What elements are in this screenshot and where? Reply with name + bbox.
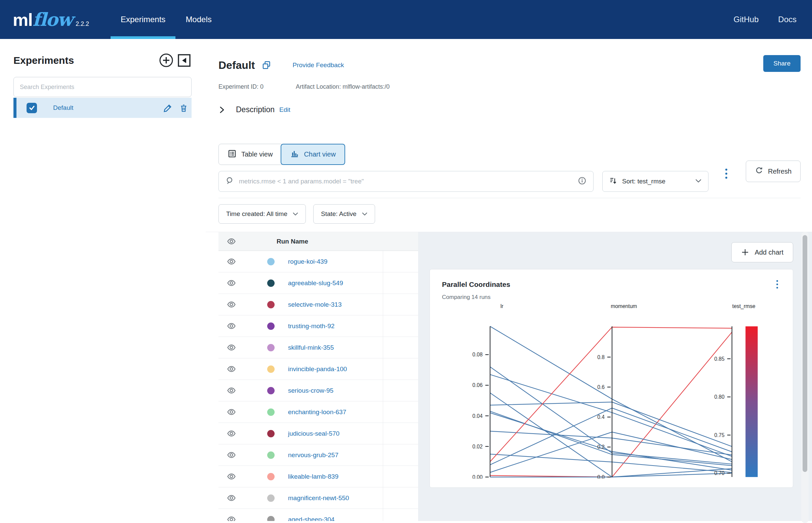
delete-experiment-icon[interactable]: [179, 104, 188, 112]
card-options-kebab[interactable]: [774, 279, 781, 290]
visibility-toggle-eye-icon[interactable]: [227, 429, 236, 438]
mlflow-logo[interactable]: mlflow 2.2.2: [13, 9, 89, 30]
run-color-dot: [267, 516, 275, 521]
run-name-link[interactable]: skillful-mink-355: [288, 344, 334, 351]
state-filter[interactable]: State: Active: [313, 204, 375, 224]
docs-link[interactable]: Docs: [778, 15, 796, 24]
logo-flow: flow: [33, 9, 72, 30]
plus-icon: [741, 248, 749, 256]
visibility-toggle-eye-icon[interactable]: [227, 386, 236, 395]
run-name-link[interactable]: trusting-moth-92: [288, 323, 334, 330]
sidebar-title: Experiments: [14, 55, 74, 66]
collapse-sidebar-button[interactable]: [177, 53, 192, 68]
svg-text:0.4: 0.4: [597, 414, 605, 420]
svg-text:0.08: 0.08: [473, 352, 483, 357]
refresh-label: Refresh: [768, 168, 792, 175]
run-color-dot: [267, 494, 275, 502]
tab-experiments[interactable]: Experiments: [110, 0, 175, 39]
run-list-table: Run Name rogue-koi-439agreeable-slug-549…: [218, 232, 418, 521]
run-name-link[interactable]: invincible-panda-100: [288, 365, 347, 373]
visibility-toggle-eye-icon[interactable]: [227, 450, 236, 459]
experiment-checkbox[interactable]: [27, 103, 37, 113]
visibility-toggle-eye-icon[interactable]: [227, 322, 236, 330]
visibility-toggle-eye-icon[interactable]: [227, 515, 236, 521]
description-edit-link[interactable]: Edit: [279, 106, 290, 113]
svg-text:0.85: 0.85: [714, 356, 725, 362]
page-title: Default: [218, 59, 255, 72]
description-row: Description Edit: [218, 105, 800, 114]
visibility-toggle-eye-icon[interactable]: [227, 278, 236, 288]
sort-dropdown[interactable]: Sort: test_rmse: [602, 171, 708, 192]
run-name-link[interactable]: selective-mole-313: [288, 301, 341, 308]
create-experiment-button[interactable]: [158, 52, 174, 68]
svg-text:0.0: 0.0: [597, 474, 605, 479]
edit-experiment-icon[interactable]: [163, 103, 173, 113]
svg-text:0.00: 0.00: [473, 474, 483, 479]
svg-text:0.75: 0.75: [714, 432, 725, 438]
run-name-link[interactable]: likeable-lamb-839: [288, 473, 338, 480]
visibility-toggle-eye-icon[interactable]: [227, 472, 236, 481]
tab-models[interactable]: Models: [175, 0, 222, 39]
refresh-button[interactable]: Refresh: [746, 161, 800, 182]
share-button[interactable]: Share: [763, 55, 800, 72]
run-list-row: enchanting-loon-637: [218, 401, 418, 423]
app-root: mlflow 2.2.2 Experiments Models GitHub D…: [0, 0, 812, 523]
svg-text:0.6: 0.6: [597, 384, 605, 390]
run-name-link[interactable]: aged-sheep-304: [288, 516, 334, 521]
run-name-link[interactable]: enchanting-loon-637: [288, 409, 346, 416]
run-list-row: trusting-moth-92: [218, 315, 418, 337]
svg-text:0.04: 0.04: [473, 413, 483, 419]
run-name-link[interactable]: agreeable-slug-549: [288, 279, 343, 287]
chart-view-button[interactable]: Chart view: [281, 144, 345, 165]
run-name-link[interactable]: nervous-grub-257: [288, 451, 338, 459]
card-subtitle: Comparing 14 runs: [442, 294, 781, 301]
visibility-toggle-eye-icon[interactable]: [227, 408, 236, 416]
time-created-filter[interactable]: Time created: All time: [218, 204, 306, 224]
visibility-toggle-eye-icon[interactable]: [227, 364, 236, 374]
svg-text:0.8: 0.8: [597, 354, 605, 360]
runs-filter-input[interactable]: [239, 178, 573, 185]
run-list-row: judicious-seal-570: [218, 423, 418, 445]
kebab-dot: [725, 169, 727, 170]
experiments-sidebar: Experiments Default: [0, 39, 206, 523]
experiment-name-label: Default: [53, 104, 73, 111]
svg-text:0.06: 0.06: [473, 382, 483, 388]
visibility-toggle-eye-icon[interactable]: [227, 493, 236, 503]
runs-search-row: Sort: test_rmse: [218, 171, 800, 198]
runs-workspace: Run Name rogue-koi-439agreeable-slug-549…: [206, 232, 812, 521]
copy-icon[interactable]: [262, 60, 271, 70]
visibility-toggle-eye-icon[interactable]: [227, 257, 236, 266]
svg-text:0.70: 0.70: [714, 470, 725, 476]
github-link[interactable]: GitHub: [734, 15, 759, 24]
run-name-link[interactable]: judicious-seal-570: [288, 430, 339, 437]
provide-feedback-link[interactable]: Provide Feedback: [293, 61, 344, 69]
search-experiments-input[interactable]: [14, 77, 192, 97]
more-options-kebab[interactable]: [724, 167, 729, 180]
table-view-icon: [228, 149, 236, 160]
sidebar-actions: [158, 52, 192, 68]
scrollbar-thumb[interactable]: [802, 235, 807, 472]
run-color-dot: [267, 323, 275, 330]
sort-icon: [609, 177, 617, 186]
table-view-button[interactable]: Table view: [218, 144, 282, 165]
visibility-toggle-eye-icon[interactable]: [227, 343, 236, 352]
run-list-row: serious-crow-95: [218, 380, 418, 401]
run-color-dot: [267, 430, 275, 437]
run-name-link[interactable]: rogue-koi-439: [288, 258, 328, 265]
state-label: State: Active: [321, 210, 357, 218]
run-name-link[interactable]: magnificent-newt-550: [288, 494, 349, 502]
nav-links: GitHub Docs: [734, 0, 796, 39]
visibility-toggle-eye-icon[interactable]: [227, 300, 236, 309]
runs-search-box: [218, 171, 594, 192]
run-list-rows: rogue-koi-439agreeable-slug-549selective…: [218, 251, 418, 521]
chevron-right-icon[interactable]: [218, 106, 225, 114]
sidebar-item-default[interactable]: Default: [14, 98, 192, 118]
visibility-header-eye-icon[interactable]: [227, 237, 236, 246]
run-name-link[interactable]: serious-crow-95: [288, 387, 333, 394]
add-chart-button[interactable]: Add chart: [731, 242, 793, 262]
run-color-dot: [267, 365, 275, 373]
add-chart-label: Add chart: [755, 249, 783, 256]
info-icon[interactable]: [578, 176, 586, 186]
kebab-dot: [725, 173, 727, 175]
run-list-row: magnificent-newt-550: [218, 487, 418, 509]
